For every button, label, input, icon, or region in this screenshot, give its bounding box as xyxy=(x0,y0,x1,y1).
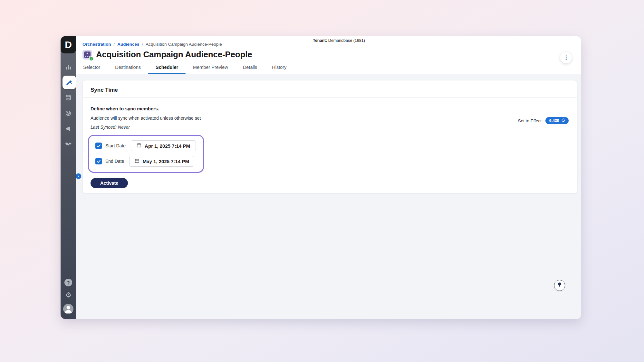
start-date-row: Start Date Ap xyxy=(95,140,196,151)
title-row: ✦ ↓ Acquisition Campaign Audience-People xyxy=(82,50,573,60)
start-date-value: Apr 1, 2025 7:14 PM xyxy=(145,143,190,149)
tenant-value: Demandbase (1681) xyxy=(327,38,365,43)
set-to-effect-value: 6,439 xyxy=(549,118,559,123)
sidebar-item-partnerships[interactable] xyxy=(61,136,76,152)
active-nav-tile xyxy=(62,76,76,89)
tab-bar: Selector Destinations Scheduler Member P… xyxy=(82,65,573,74)
chevron-right-icon: › xyxy=(78,174,79,178)
schedule-highlight-box: Start Date Ap xyxy=(88,135,204,173)
bullseye-icon xyxy=(65,110,72,116)
set-to-effect-row: Set to Effect: 6,439 xyxy=(518,117,569,124)
tab-details[interactable]: Details xyxy=(243,65,257,74)
app-window: D xyxy=(61,36,581,319)
bar-chart-icon xyxy=(65,64,72,70)
tab-destinations[interactable]: Destinations xyxy=(115,65,141,74)
more-actions-button[interactable]: ⋮ xyxy=(560,52,572,63)
tab-scheduler[interactable]: Scheduler xyxy=(156,65,178,74)
settings-button[interactable]: ⚙ xyxy=(65,292,72,299)
help-button[interactable]: ? xyxy=(64,279,72,286)
tenant-label: Tenant: xyxy=(313,38,327,43)
set-to-effect-badge[interactable]: 6,439 xyxy=(545,117,569,124)
calendar-icon xyxy=(135,158,139,164)
refresh-icon[interactable] xyxy=(561,118,565,123)
define-heading: Define when to sync members. xyxy=(91,106,569,111)
megaphone-icon xyxy=(65,125,72,132)
person-icon xyxy=(63,304,73,314)
calendar-icon xyxy=(137,143,141,149)
magic-wand-icon xyxy=(66,79,73,86)
spark-icon: ✦ xyxy=(86,52,89,55)
main-area: Tenant: Demandbase (1681) ⋮ Orchestratio… xyxy=(76,36,581,319)
page-title: Acquisition Campaign Audience-People xyxy=(96,50,252,60)
start-date-label: Start Date xyxy=(105,143,126,148)
end-date-input[interactable]: May 1, 2025 7:14 PM xyxy=(129,156,194,167)
end-date-label: End Date xyxy=(105,159,124,164)
sidebar-item-data[interactable] xyxy=(61,90,76,106)
sync-time-card: Sync Time Define when to sync members. A… xyxy=(82,80,577,193)
start-date-checkbox[interactable] xyxy=(95,143,102,149)
end-date-checkbox[interactable] xyxy=(95,158,102,164)
sync-status-badge-icon: ↓ xyxy=(89,56,94,61)
tab-history[interactable]: History xyxy=(272,65,286,74)
end-date-row: End Date May xyxy=(95,156,196,167)
people-dots-icon xyxy=(85,56,90,57)
logo-letter: D xyxy=(65,39,72,50)
sync-time-title: Sync Time xyxy=(83,80,577,98)
handshake-icon xyxy=(65,141,72,148)
check-icon xyxy=(97,144,101,148)
sidebar-nav xyxy=(61,59,76,152)
user-avatar[interactable] xyxy=(63,304,73,314)
lightbulb-icon xyxy=(557,282,562,289)
sidebar-item-orchestration[interactable] xyxy=(61,75,76,90)
sidebar-item-advertising[interactable] xyxy=(61,121,76,136)
kebab-menu-icon: ⋮ xyxy=(563,54,569,61)
sidebar-bottom: ? ⚙ xyxy=(61,279,76,314)
demandbase-logo[interactable]: D xyxy=(61,36,76,53)
audience-type-icon: ✦ ↓ xyxy=(82,50,92,60)
sidebar: D xyxy=(61,36,76,319)
question-icon: ? xyxy=(67,280,70,285)
check-icon xyxy=(97,159,101,163)
sync-time-body: Define when to sync members. Audience wi… xyxy=(83,98,577,188)
database-icon xyxy=(65,95,72,101)
gear-icon: ⚙ xyxy=(65,291,72,299)
set-to-effect-label: Set to Effect: xyxy=(518,118,543,123)
sidebar-item-analytics[interactable] xyxy=(61,59,76,75)
activate-button[interactable]: Activate xyxy=(91,178,128,188)
scheduler-content: › Sync Time Define when to sync members.… xyxy=(76,74,581,319)
tab-member-preview[interactable]: Member Preview xyxy=(193,65,228,74)
sidebar-item-targeting[interactable] xyxy=(61,106,76,121)
tab-selector[interactable]: Selector xyxy=(83,65,100,74)
start-date-input[interactable]: Apr 1, 2025 7:14 PM xyxy=(131,140,196,151)
panel-expand-handle[interactable]: › xyxy=(76,173,81,179)
tenant-banner: Tenant: Demandbase (1681) xyxy=(86,38,591,43)
last-synced-text: Last Synced: Never xyxy=(91,125,569,130)
sync-note: Audience will sync when activated unless… xyxy=(91,116,569,121)
end-date-value: May 1, 2025 7:14 PM xyxy=(143,159,189,164)
help-tips-button[interactable] xyxy=(554,280,565,291)
